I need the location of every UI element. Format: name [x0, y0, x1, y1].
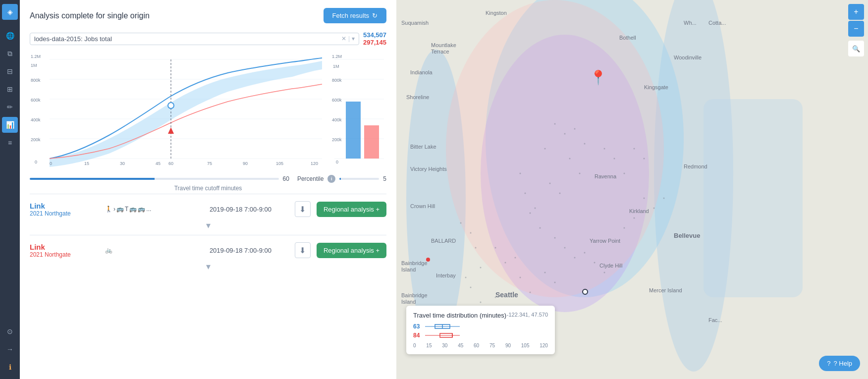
settings-icon[interactable]: ⊙: [2, 324, 18, 339]
chart-icon[interactable]: 📊: [2, 117, 18, 133]
route-section-2: Link 2021 Northgate 🚲 2019-09-18 7:00-9:…: [30, 235, 386, 276]
line-chart-svg: 1.2M 1M 800k 600k 400k 200k 0: [30, 52, 327, 171]
expand-route-2[interactable]: ▾: [30, 261, 386, 272]
grid-icon[interactable]: ⊞: [2, 81, 18, 97]
map-search-button[interactable]: 🔍: [848, 41, 864, 56]
svg-text:600k: 600k: [332, 98, 342, 103]
layers-icon[interactable]: ⧉: [2, 46, 18, 61]
info-icon[interactable]: ℹ: [2, 359, 18, 375]
globe-icon[interactable]: 🌐: [2, 28, 18, 44]
svg-point-95: [530, 213, 531, 214]
svg-point-112: [480, 302, 482, 303]
zoom-out-button[interactable]: −: [848, 21, 864, 37]
svg-point-94: [525, 193, 526, 194]
logo-icon[interactable]: ◈: [2, 4, 18, 20]
database-icon[interactable]: ⊟: [2, 63, 18, 79]
svg-point-101: [564, 247, 566, 249]
analysis-header: Analysis complete for single origin Fetc…: [30, 8, 386, 23]
svg-point-109: [530, 292, 531, 293]
regional-analysis-button-2[interactable]: Regional analysis +: [317, 243, 386, 258]
route-icons-2: 🚲: [105, 247, 204, 254]
analysis-panel: Analysis complete for single origin Fetc…: [20, 0, 396, 379]
help-button[interactable]: ? ? Help: [819, 356, 860, 371]
svg-point-89: [614, 158, 615, 160]
zoom-in-button[interactable]: +: [848, 4, 864, 20]
percentile-slider[interactable]: [339, 178, 379, 180]
svg-marker-15: [168, 127, 174, 134]
svg-point-104: [594, 262, 596, 264]
svg-point-46: [446, 0, 664, 297]
clear-icon[interactable]: ✕: [341, 35, 346, 42]
menu-icon[interactable]: ≡: [2, 135, 18, 151]
svg-text:Bellevue: Bellevue: [674, 232, 700, 239]
svg-text:400k: 400k: [31, 117, 41, 122]
svg-point-121: [663, 198, 665, 199]
svg-text:Kingsgate: Kingsgate: [644, 84, 668, 90]
svg-text:Mercer Island: Mercer Island: [649, 287, 682, 293]
svg-point-123: [624, 227, 625, 229]
chevron-down-icon[interactable]: ▾: [352, 35, 355, 42]
edit-icon[interactable]: ✏: [2, 99, 18, 115]
svg-text:Suquamish: Suquamish: [401, 20, 429, 26]
svg-point-122: [634, 217, 635, 219]
dataset-stats: 534,507 297,145: [363, 31, 386, 46]
walk-icon: 🚶: [105, 206, 112, 213]
svg-text:90: 90: [243, 161, 248, 166]
svg-point-78: [554, 123, 556, 125]
refresh-icon: ↻: [372, 12, 378, 19]
svg-text:1M: 1M: [31, 63, 37, 68]
svg-point-99: [505, 262, 506, 264]
download-button-2[interactable]: ⬇: [295, 242, 311, 258]
svg-point-86: [559, 193, 561, 194]
svg-point-97: [554, 237, 556, 239]
bus3-icon: 🚌: [138, 206, 145, 213]
expand-route-1[interactable]: ▾: [30, 220, 386, 231]
route-title-group-1: Link 2021 Northgate: [30, 202, 99, 217]
svg-rect-39: [364, 125, 379, 159]
svg-point-98: [495, 247, 496, 249]
route-subtitle-2: 2021 Northgate: [30, 251, 99, 258]
legend-red-value: 84: [413, 332, 420, 339]
map-background: Kingston Mountlake Terrace Bothell Woodi…: [396, 0, 868, 379]
svg-text:Fac...: Fac...: [708, 317, 722, 323]
svg-point-96: [540, 227, 541, 229]
svg-text:Shoreline: Shoreline: [406, 94, 429, 100]
fetch-results-label: Fetch results: [332, 12, 369, 19]
travel-time-popup: Travel time distribution (minutes) -122.…: [406, 306, 555, 354]
svg-text:15: 15: [84, 161, 89, 166]
svg-text:600k: 600k: [31, 98, 41, 103]
svg-point-119: [644, 198, 645, 199]
fetch-results-button[interactable]: Fetch results ↻: [324, 8, 386, 23]
svg-point-114: [460, 222, 462, 224]
map-area[interactable]: Kingston Mountlake Terrace Bothell Woodi…: [396, 0, 868, 379]
black-circle-marker: [582, 289, 588, 295]
red-dot-marker: [426, 258, 430, 262]
svg-text:Bitter Lake: Bitter Lake: [410, 144, 436, 150]
svg-text:0: 0: [50, 161, 52, 166]
dataset-input-wrap[interactable]: lodes-data-2015: Jobs total ✕ | ▾: [30, 33, 359, 45]
route-icons-1: 🚶 › 🚌 T 🚌 🚌 ...: [105, 206, 204, 213]
more-icon: ...: [146, 206, 151, 213]
regional-analysis-button-1[interactable]: Regional analysis +: [317, 202, 386, 217]
route-header-2: Link 2021 Northgate 🚲 2019-09-18 7:00-9:…: [30, 242, 386, 258]
dataset-input-icons: ✕ | ▾: [341, 35, 355, 42]
stat-blue: 534,507: [363, 31, 386, 39]
route-title-1[interactable]: Link: [30, 202, 99, 210]
svg-text:1.2M: 1.2M: [31, 54, 41, 59]
svg-point-115: [470, 232, 472, 234]
cutoff-value: 60: [283, 175, 289, 182]
percentile-info-icon[interactable]: i: [327, 175, 335, 183]
route-title-2[interactable]: Link: [30, 243, 99, 251]
svg-point-105: [604, 272, 605, 273]
svg-point-80: [574, 128, 576, 130]
transit-icon: T: [125, 206, 128, 213]
svg-point-84: [579, 173, 581, 174]
arrow-icon[interactable]: →: [2, 341, 18, 357]
svg-text:200k: 200k: [332, 137, 342, 142]
percentile-wrap: Percentile i 5: [297, 175, 386, 183]
svg-text:BALLARD: BALLARD: [431, 238, 456, 244]
svg-text:0: 0: [336, 160, 338, 164]
download-button-1[interactable]: ⬇: [295, 201, 311, 217]
cutoff-slider[interactable]: [30, 178, 279, 180]
bus2-icon: 🚌: [129, 206, 137, 213]
